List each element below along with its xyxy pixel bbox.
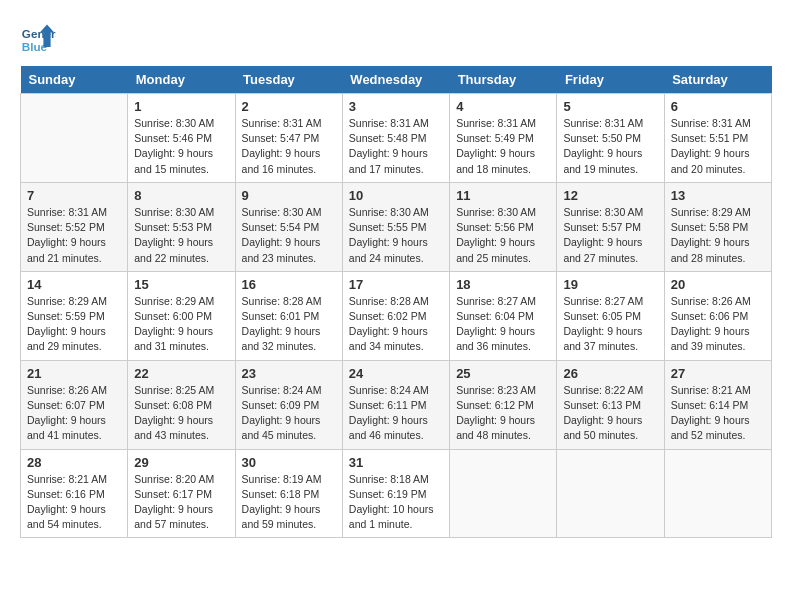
col-header-sunday: Sunday: [21, 66, 128, 94]
day-number: 12: [563, 188, 657, 203]
calendar-week-1: 1 Sunrise: 8:30 AM Sunset: 5:46 PM Dayli…: [21, 94, 772, 183]
day-number: 17: [349, 277, 443, 292]
calendar-week-5: 28 Sunrise: 8:21 AM Sunset: 6:16 PM Dayl…: [21, 449, 772, 538]
calendar-cell: [21, 94, 128, 183]
day-info: Sunrise: 8:21 AM Sunset: 6:16 PM Dayligh…: [27, 472, 121, 533]
calendar-cell: 18 Sunrise: 8:27 AM Sunset: 6:04 PM Dayl…: [450, 271, 557, 360]
day-info: Sunrise: 8:22 AM Sunset: 6:13 PM Dayligh…: [563, 383, 657, 444]
day-info: Sunrise: 8:30 AM Sunset: 5:55 PM Dayligh…: [349, 205, 443, 266]
day-number: 2: [242, 99, 336, 114]
calendar-cell: 27 Sunrise: 8:21 AM Sunset: 6:14 PM Dayl…: [664, 360, 771, 449]
col-header-friday: Friday: [557, 66, 664, 94]
day-number: 18: [456, 277, 550, 292]
calendar-cell: 24 Sunrise: 8:24 AM Sunset: 6:11 PM Dayl…: [342, 360, 449, 449]
logo-icon: General Blue: [20, 20, 56, 56]
day-info: Sunrise: 8:30 AM Sunset: 5:54 PM Dayligh…: [242, 205, 336, 266]
day-info: Sunrise: 8:27 AM Sunset: 6:04 PM Dayligh…: [456, 294, 550, 355]
day-number: 7: [27, 188, 121, 203]
day-number: 23: [242, 366, 336, 381]
day-number: 16: [242, 277, 336, 292]
calendar-cell: [450, 449, 557, 538]
day-number: 6: [671, 99, 765, 114]
col-header-monday: Monday: [128, 66, 235, 94]
day-number: 19: [563, 277, 657, 292]
day-info: Sunrise: 8:31 AM Sunset: 5:50 PM Dayligh…: [563, 116, 657, 177]
day-info: Sunrise: 8:28 AM Sunset: 6:01 PM Dayligh…: [242, 294, 336, 355]
day-number: 21: [27, 366, 121, 381]
day-number: 3: [349, 99, 443, 114]
calendar-cell: 28 Sunrise: 8:21 AM Sunset: 6:16 PM Dayl…: [21, 449, 128, 538]
day-info: Sunrise: 8:30 AM Sunset: 5:53 PM Dayligh…: [134, 205, 228, 266]
day-number: 20: [671, 277, 765, 292]
day-number: 26: [563, 366, 657, 381]
day-number: 10: [349, 188, 443, 203]
day-info: Sunrise: 8:30 AM Sunset: 5:46 PM Dayligh…: [134, 116, 228, 177]
calendar-cell: 8 Sunrise: 8:30 AM Sunset: 5:53 PM Dayli…: [128, 182, 235, 271]
day-info: Sunrise: 8:28 AM Sunset: 6:02 PM Dayligh…: [349, 294, 443, 355]
calendar-cell: 21 Sunrise: 8:26 AM Sunset: 6:07 PM Dayl…: [21, 360, 128, 449]
calendar-cell: 3 Sunrise: 8:31 AM Sunset: 5:48 PM Dayli…: [342, 94, 449, 183]
day-info: Sunrise: 8:29 AM Sunset: 5:59 PM Dayligh…: [27, 294, 121, 355]
col-header-thursday: Thursday: [450, 66, 557, 94]
day-number: 25: [456, 366, 550, 381]
col-header-wednesday: Wednesday: [342, 66, 449, 94]
calendar-cell: 10 Sunrise: 8:30 AM Sunset: 5:55 PM Dayl…: [342, 182, 449, 271]
calendar-cell: 6 Sunrise: 8:31 AM Sunset: 5:51 PM Dayli…: [664, 94, 771, 183]
day-number: 29: [134, 455, 228, 470]
calendar-cell: 30 Sunrise: 8:19 AM Sunset: 6:18 PM Dayl…: [235, 449, 342, 538]
calendar-cell: [664, 449, 771, 538]
day-number: 5: [563, 99, 657, 114]
calendar-cell: 25 Sunrise: 8:23 AM Sunset: 6:12 PM Dayl…: [450, 360, 557, 449]
calendar-cell: 1 Sunrise: 8:30 AM Sunset: 5:46 PM Dayli…: [128, 94, 235, 183]
page-header: General Blue: [20, 20, 772, 56]
day-number: 24: [349, 366, 443, 381]
day-number: 14: [27, 277, 121, 292]
day-number: 15: [134, 277, 228, 292]
calendar-cell: 14 Sunrise: 8:29 AM Sunset: 5:59 PM Dayl…: [21, 271, 128, 360]
day-info: Sunrise: 8:19 AM Sunset: 6:18 PM Dayligh…: [242, 472, 336, 533]
day-info: Sunrise: 8:31 AM Sunset: 5:51 PM Dayligh…: [671, 116, 765, 177]
calendar-cell: 11 Sunrise: 8:30 AM Sunset: 5:56 PM Dayl…: [450, 182, 557, 271]
day-info: Sunrise: 8:20 AM Sunset: 6:17 PM Dayligh…: [134, 472, 228, 533]
calendar-cell: 19 Sunrise: 8:27 AM Sunset: 6:05 PM Dayl…: [557, 271, 664, 360]
calendar-cell: 29 Sunrise: 8:20 AM Sunset: 6:17 PM Dayl…: [128, 449, 235, 538]
day-info: Sunrise: 8:21 AM Sunset: 6:14 PM Dayligh…: [671, 383, 765, 444]
day-info: Sunrise: 8:26 AM Sunset: 6:06 PM Dayligh…: [671, 294, 765, 355]
day-number: 22: [134, 366, 228, 381]
calendar-cell: 26 Sunrise: 8:22 AM Sunset: 6:13 PM Dayl…: [557, 360, 664, 449]
day-info: Sunrise: 8:30 AM Sunset: 5:56 PM Dayligh…: [456, 205, 550, 266]
calendar-cell: 12 Sunrise: 8:30 AM Sunset: 5:57 PM Dayl…: [557, 182, 664, 271]
calendar-cell: 16 Sunrise: 8:28 AM Sunset: 6:01 PM Dayl…: [235, 271, 342, 360]
day-number: 13: [671, 188, 765, 203]
calendar-cell: 2 Sunrise: 8:31 AM Sunset: 5:47 PM Dayli…: [235, 94, 342, 183]
calendar-cell: 4 Sunrise: 8:31 AM Sunset: 5:49 PM Dayli…: [450, 94, 557, 183]
logo: General Blue: [20, 20, 60, 56]
calendar-week-3: 14 Sunrise: 8:29 AM Sunset: 5:59 PM Dayl…: [21, 271, 772, 360]
day-info: Sunrise: 8:31 AM Sunset: 5:47 PM Dayligh…: [242, 116, 336, 177]
calendar-cell: 17 Sunrise: 8:28 AM Sunset: 6:02 PM Dayl…: [342, 271, 449, 360]
col-header-saturday: Saturday: [664, 66, 771, 94]
calendar-cell: 13 Sunrise: 8:29 AM Sunset: 5:58 PM Dayl…: [664, 182, 771, 271]
day-number: 30: [242, 455, 336, 470]
calendar-cell: 31 Sunrise: 8:18 AM Sunset: 6:19 PM Dayl…: [342, 449, 449, 538]
day-number: 4: [456, 99, 550, 114]
calendar-cell: 5 Sunrise: 8:31 AM Sunset: 5:50 PM Dayli…: [557, 94, 664, 183]
day-info: Sunrise: 8:25 AM Sunset: 6:08 PM Dayligh…: [134, 383, 228, 444]
day-info: Sunrise: 8:31 AM Sunset: 5:49 PM Dayligh…: [456, 116, 550, 177]
day-info: Sunrise: 8:24 AM Sunset: 6:09 PM Dayligh…: [242, 383, 336, 444]
col-header-tuesday: Tuesday: [235, 66, 342, 94]
calendar-cell: 23 Sunrise: 8:24 AM Sunset: 6:09 PM Dayl…: [235, 360, 342, 449]
day-info: Sunrise: 8:29 AM Sunset: 5:58 PM Dayligh…: [671, 205, 765, 266]
day-info: Sunrise: 8:23 AM Sunset: 6:12 PM Dayligh…: [456, 383, 550, 444]
day-info: Sunrise: 8:31 AM Sunset: 5:52 PM Dayligh…: [27, 205, 121, 266]
day-number: 28: [27, 455, 121, 470]
day-number: 1: [134, 99, 228, 114]
day-info: Sunrise: 8:18 AM Sunset: 6:19 PM Dayligh…: [349, 472, 443, 533]
day-info: Sunrise: 8:31 AM Sunset: 5:48 PM Dayligh…: [349, 116, 443, 177]
calendar-cell: 9 Sunrise: 8:30 AM Sunset: 5:54 PM Dayli…: [235, 182, 342, 271]
day-info: Sunrise: 8:26 AM Sunset: 6:07 PM Dayligh…: [27, 383, 121, 444]
calendar-cell: [557, 449, 664, 538]
day-number: 27: [671, 366, 765, 381]
day-number: 8: [134, 188, 228, 203]
day-info: Sunrise: 8:29 AM Sunset: 6:00 PM Dayligh…: [134, 294, 228, 355]
